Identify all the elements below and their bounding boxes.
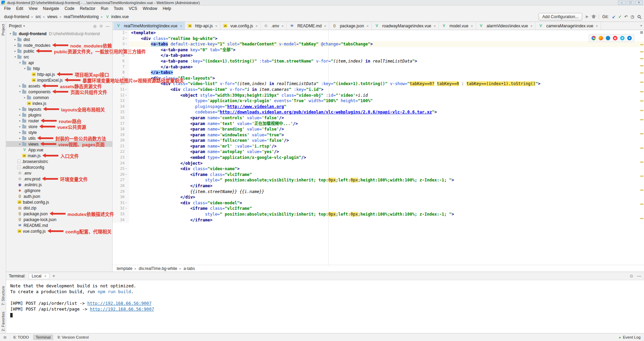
warning-mark[interactable] bbox=[640, 218, 643, 219]
tree-item[interactable]: {}package-lock.json bbox=[6, 217, 112, 222]
terminal-tab-local[interactable]: Local × bbox=[29, 273, 49, 279]
status-item-terminal[interactable]: Terminal bbox=[33, 335, 53, 340]
editor-tab[interactable]: MREADME.md× bbox=[287, 22, 329, 30]
stripe-item-7-structure[interactable]: 7: Structure bbox=[1, 286, 5, 305]
warning-mark[interactable] bbox=[640, 204, 643, 205]
tree-item[interactable]: ▾duoji-frontendD:\zheheWeb\duoji-fronten… bbox=[6, 31, 112, 37]
warning-mark[interactable] bbox=[640, 91, 643, 92]
chevron-down-icon[interactable]: ▾ bbox=[23, 67, 27, 70]
tree-item[interactable]: JSindex.js bbox=[6, 100, 112, 106]
tree-item[interactable]: ▸layoutslayouts全局布局相关 bbox=[6, 106, 112, 112]
code-line[interactable]: 14 pluginspage="http://www.videolan.org" bbox=[113, 104, 644, 110]
history-icon[interactable]: ◷ bbox=[631, 14, 634, 19]
minimize-button[interactable]: – bbox=[618, 1, 626, 5]
warning-mark[interactable] bbox=[640, 100, 643, 101]
tree-item[interactable]: ◉.eslintrc.js bbox=[6, 182, 112, 188]
tree-item[interactable]: ≡.browserslistrc bbox=[6, 159, 112, 164]
status-item-9-version-control[interactable]: 9: Version Control bbox=[55, 335, 91, 340]
chevron-right-icon[interactable]: ▸ bbox=[13, 44, 17, 47]
terminal-link[interactable]: http://192.168.66.56:9007 bbox=[87, 301, 152, 306]
chevron-right-icon[interactable]: ▸ bbox=[18, 131, 22, 134]
editor-tab[interactable]: ⊙.env× bbox=[261, 22, 287, 30]
chrome-browser-icon[interactable] bbox=[591, 36, 596, 40]
hide-terminal-icon[interactable]: — bbox=[637, 274, 641, 278]
gear-icon[interactable]: ⊙ bbox=[100, 24, 103, 28]
terminal-link[interactable]: http://192.168.66.56:9007 bbox=[90, 306, 154, 312]
code-line[interactable]: 27 style=" position:absolute;visibility:… bbox=[113, 177, 644, 183]
chevron-right-icon[interactable]: ▸ bbox=[18, 125, 22, 128]
warning-mark[interactable] bbox=[640, 72, 643, 73]
menu-edit[interactable]: Edit bbox=[13, 6, 26, 11]
tree-item[interactable]: JSmain.js入口文件 bbox=[6, 153, 112, 159]
code-line[interactable]: 6 <a-tab-pane :key="(index+1).toString()… bbox=[113, 58, 644, 64]
warning-mark[interactable] bbox=[640, 58, 643, 59]
add-configuration-button[interactable]: Add Configuration... bbox=[539, 13, 582, 21]
code-line[interactable]: 15 codebase="http://downloads.videolan.o… bbox=[113, 109, 644, 115]
firefox-browser-icon[interactable] bbox=[599, 36, 603, 40]
tree-item[interactable]: JSimportExcel.js暴露环境变量地址给图片or视频资源路径变量相关 bbox=[6, 77, 112, 83]
editor-tab[interactable]: ValarmVideos\index.vue× bbox=[476, 22, 536, 30]
fold-icon[interactable]: − bbox=[125, 166, 128, 172]
event-log-button[interactable]: Event Log bbox=[623, 335, 641, 339]
breadcrumb-item[interactable]: Vindex.vue bbox=[104, 14, 129, 19]
chevron-down-icon[interactable]: ▾ bbox=[23, 24, 25, 28]
hidden-tabs-icon[interactable]: ▾ bbox=[640, 24, 642, 27]
tree-item[interactable]: ⊙.env.prod环境变量文件 bbox=[6, 176, 112, 182]
code-line[interactable]: 30 </div> bbox=[113, 194, 644, 200]
fold-icon[interactable]: − bbox=[125, 36, 128, 42]
close-icon[interactable]: × bbox=[471, 24, 473, 28]
tree-item[interactable]: ▸dist bbox=[6, 37, 112, 42]
breadcrumb-item[interactable]: realTimeMonitoring bbox=[63, 14, 99, 19]
tree-item[interactable]: ▸style bbox=[6, 129, 112, 135]
editor-tab[interactable]: {}package.json× bbox=[329, 22, 372, 30]
menu-run[interactable]: Run bbox=[98, 6, 111, 11]
warning-mark[interactable] bbox=[640, 176, 643, 177]
code-line[interactable]: 16 <param name='controls' value='false'/… bbox=[113, 115, 644, 121]
tree-item[interactable]: ▤dist.zip bbox=[6, 205, 112, 211]
close-icon[interactable]: × bbox=[434, 24, 436, 28]
code-line[interactable]: 9− <div class="flex-layouts"> bbox=[113, 76, 644, 81]
menu-file[interactable]: File bbox=[1, 6, 13, 11]
tree-item[interactable]: ≡.editorconfig bbox=[6, 164, 112, 170]
menu-window[interactable]: Window bbox=[140, 6, 160, 11]
code-line[interactable]: 12− <object style="width:390px;height:21… bbox=[113, 93, 644, 98]
stripe-item-project[interactable]: Project bbox=[1, 24, 5, 36]
safari-browser-icon[interactable] bbox=[606, 36, 610, 40]
breadcrumb-item[interactable]: views bbox=[46, 14, 58, 19]
chevron-right-icon[interactable]: ▸ bbox=[18, 84, 22, 87]
tree-item[interactable]: ▸common bbox=[6, 95, 112, 100]
editor-tab[interactable]: JSvue.config.js× bbox=[220, 22, 261, 30]
code-line[interactable]: 17 <param name='text' value='正在加载视频中...'… bbox=[113, 121, 644, 127]
editor-breadcrumb-item[interactable]: div.realTime.bg-white bbox=[139, 266, 177, 271]
code-line[interactable]: 34 </iframe> bbox=[113, 217, 644, 223]
tree-item[interactable]: ◆.gitignore bbox=[6, 188, 112, 193]
warning-mark[interactable] bbox=[640, 119, 643, 120]
code-line[interactable]: 1−<template> bbox=[113, 30, 644, 36]
code-line[interactable]: 32− <iframe class="vlcIframe" bbox=[113, 206, 644, 212]
fold-icon[interactable]: − bbox=[125, 41, 128, 47]
menu-tools[interactable]: Tools bbox=[111, 6, 126, 11]
close-icon[interactable]: × bbox=[596, 24, 598, 28]
search-icon[interactable] bbox=[638, 15, 641, 18]
fold-icon[interactable]: − bbox=[125, 206, 128, 212]
warning-mark[interactable] bbox=[640, 65, 643, 66]
chevron-right-icon[interactable]: ▸ bbox=[18, 113, 22, 117]
tree-item[interactable]: ▸storevuex公共资源 bbox=[6, 124, 112, 129]
warning-mark[interactable] bbox=[640, 51, 643, 52]
ie-browser-icon[interactable]: e bbox=[620, 36, 625, 40]
menu-code[interactable]: Code bbox=[62, 6, 77, 11]
code-area[interactable]: Oee 1−<template>2− <div class="realTime … bbox=[113, 30, 644, 265]
update-project-icon[interactable]: ↙ bbox=[612, 14, 615, 19]
tree-item[interactable]: ▸utils封装的一些公共函数方法 bbox=[6, 135, 112, 141]
code-line[interactable]: 28 </iframe> bbox=[113, 183, 644, 189]
tree-item[interactable]: VApp.vue bbox=[6, 147, 112, 153]
editor-tab[interactable]: JShttp-api.js× bbox=[185, 22, 220, 30]
chevron-down-icon[interactable]: ▾ bbox=[8, 32, 13, 35]
fold-icon[interactable]: − bbox=[125, 200, 128, 206]
code-line[interactable]: 11− <div class="video-item" v-for="i in … bbox=[113, 87, 644, 93]
tree-item[interactable]: JSvue.config.jsconfig配置、代理相关 bbox=[6, 228, 112, 234]
locate-file-icon[interactable]: ◎ bbox=[93, 24, 97, 28]
commit-icon[interactable]: ✓ bbox=[618, 14, 621, 19]
warning-mark[interactable] bbox=[640, 148, 643, 149]
code-line[interactable]: 3− <a-tab​s default-active-key="1" slot=… bbox=[113, 41, 644, 47]
